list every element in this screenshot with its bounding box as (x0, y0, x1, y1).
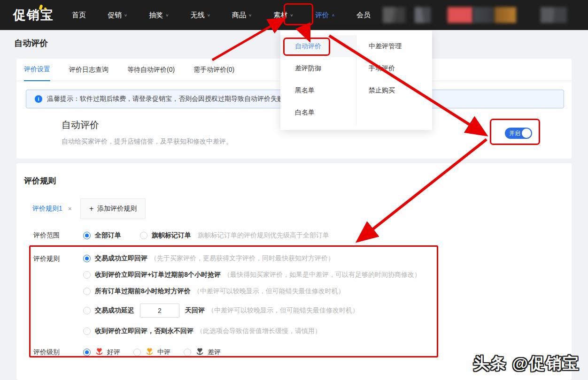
rule-option-4-suffix: 天回评 (185, 306, 205, 315)
rule-option-2-hint: （最快得知买家评价，如果是中差评，可以有足够的时间协商修改） (224, 271, 421, 279)
flower-bloom (197, 348, 202, 352)
radio-rule-before-expire[interactable] (83, 288, 91, 295)
app-logo-text: 促销宝 (13, 8, 54, 22)
review-rule-row-4: 交易成功延迟 天回评 （中差评可以较晚显示，但可能错失最佳修改时机） (16, 304, 572, 318)
close-icon[interactable]: × (68, 205, 72, 213)
menu-item-bad-review-defense[interactable]: 差评防御 (280, 57, 356, 79)
radio-rule-reply-or-never[interactable] (83, 327, 91, 335)
nav-item-review[interactable]: 评价∧ (315, 11, 335, 20)
toggle-label: 开启 (509, 129, 520, 137)
rules-card: 评价规则 评价规则1 × + 添加评价规则 评价范围 全部订单 旗帜标记订单 旗… (16, 163, 572, 380)
nav-menu: 首页 促销∨ 抽奖∨ 无线∨ 商品∨ 素材∨ 评价∧ 会员 (72, 11, 371, 20)
flower-bloom (97, 348, 102, 352)
review-rule-row-5: 收到评价立即回评，否则永不回评 （此选项会导致信誉值增长缓慢，请慎用） (16, 327, 572, 335)
tab-rule-1[interactable]: 评价规则1 × (24, 198, 80, 219)
level-bad-label: 差评 (208, 348, 221, 357)
flower-bloom (147, 348, 152, 352)
radio-level-bad[interactable] (184, 349, 191, 356)
nav-item-promotion[interactable]: 促销∨ (108, 11, 127, 20)
review-dropdown-menu: 自动评价 差评防御 黑名单 白名单 中差评管理 手动评价 禁止购买 (280, 30, 432, 130)
rule-option-1-main: 交易成功立即回评 (95, 254, 147, 263)
good-review-flower-icon (95, 348, 104, 357)
info-icon: i (35, 95, 42, 103)
level-good-label: 好评 (107, 348, 120, 357)
page-title: 自动评价 (14, 38, 48, 49)
nav-item-member[interactable]: 会员 (356, 11, 371, 20)
rule-option-5-main: 收到评价立即回评，否则永不回评 (95, 327, 193, 335)
nav-item-wireless[interactable]: 无线∨ (191, 11, 210, 20)
radio-rule-reply-plus-grab[interactable] (83, 271, 91, 279)
chevron-up-icon: ∧ (332, 13, 335, 17)
redacted-block (415, 7, 431, 23)
chevron-down-icon: ∨ (124, 13, 127, 17)
review-rule-row-3: 所有订单过期前8小时给对方评价 （中差评可以较晚显示，但可能错失最佳修改时机） (16, 287, 572, 296)
review-scope-label: 评价范围 (33, 231, 66, 240)
level-option-medium[interactable]: 中评 (133, 348, 170, 357)
review-scope-hint: 旗帜标记订单的评价规则优先级高于全部订单 (198, 231, 329, 240)
top-navbar: 促销宝 首页 促销∨ 抽奖∨ 无线∨ 商品∨ 素材∨ 评价∧ 会员 (0, 0, 588, 30)
logo-spark-dot-icon (44, 8, 46, 10)
auto-review-toggle[interactable]: 开启 (505, 128, 532, 139)
review-rule-label: 评价规则 (33, 254, 66, 263)
tab-review-log[interactable]: 评价日志查询 (69, 59, 108, 81)
option-flagged-orders-label: 旗帜标记订单 (152, 231, 191, 240)
dropdown-left-column: 自动评价 差评防御 黑名单 白名单 (280, 35, 356, 125)
tab-review-settings[interactable]: 评价设置 (24, 59, 50, 81)
flower-leaves (197, 352, 202, 355)
tab-waiting-auto-review[interactable]: 等待自动评价(0) (127, 59, 175, 81)
app-logo[interactable]: 促销宝 (13, 7, 54, 23)
chevron-down-icon: ∨ (165, 13, 169, 17)
dropdown-right-column: 中差评管理 手动评价 禁止购买 (356, 35, 432, 125)
redacted-block (448, 7, 473, 23)
menu-item-manual-review[interactable]: 手动评价 (356, 57, 432, 79)
rule-option-1-hint: （先于买家评价，更易获得文字评价，同时最快获知对方评价） (150, 254, 334, 263)
warning-banner-text: 温馨提示：软件过期后续费，请登录促销宝，否则会因授权过期导致自动评价失败 (47, 95, 284, 103)
nav-item-home[interactable]: 首页 (72, 11, 86, 20)
delay-days-input[interactable] (140, 304, 179, 318)
rule-option-4-main: 交易成功延迟 (95, 306, 134, 315)
radio-all-orders[interactable] (83, 232, 91, 239)
review-scope-row: 评价范围 全部订单 旗帜标记订单 旗帜标记订单的评价规则优先级高于全部订单 (16, 231, 572, 240)
radio-level-good[interactable] (83, 349, 91, 356)
nav-item-material[interactable]: 素材∨ (273, 11, 293, 20)
flower-leaves (147, 352, 152, 355)
bad-review-flower-icon (195, 348, 204, 357)
level-option-good[interactable]: 好评 (83, 348, 120, 357)
chevron-down-icon: ∨ (207, 13, 210, 17)
watermark: 头条 @促销宝 (473, 353, 580, 374)
chevron-down-icon: ∨ (248, 13, 252, 17)
chevron-down-icon: ∨ (290, 13, 293, 17)
redacted-block (473, 7, 495, 23)
radio-rule-instant-reply[interactable] (83, 255, 91, 262)
plus-icon: + (89, 205, 93, 213)
radio-level-medium[interactable] (133, 349, 141, 356)
radio-rule-delay-days[interactable] (83, 307, 91, 314)
nav-item-lottery[interactable]: 抽奖∨ (149, 11, 169, 20)
rule-option-5-hint: （此选项会导致信誉值增长缓慢，请慎用） (196, 327, 321, 335)
rules-form: 评价范围 全部订单 旗帜标记订单 旗帜标记订单的评价规则优先级高于全部订单 评价… (16, 231, 572, 357)
rule-option-3-hint: （中差评可以较晚显示，但可能错失最佳修改时机） (193, 287, 345, 296)
redacted-block (541, 7, 567, 23)
redacted-block (495, 7, 516, 23)
menu-item-blacklist[interactable]: 黑名单 (280, 79, 356, 101)
add-rule-tab-button[interactable]: + 添加评价规则 (80, 198, 146, 219)
nav-item-goods[interactable]: 商品∨ (232, 11, 252, 20)
menu-item-auto-review[interactable]: 自动评价 (280, 35, 356, 57)
level-option-bad[interactable]: 差评 (184, 348, 221, 357)
radio-flagged-orders[interactable] (140, 232, 147, 239)
menu-item-forbid-purchase[interactable]: 禁止购买 (356, 79, 432, 101)
tab-manual-review-needed[interactable]: 需手动评价(0) (193, 59, 234, 81)
option-all-orders-label: 全部订单 (95, 231, 121, 240)
menu-item-medium-bad-review-manage[interactable]: 中差评管理 (356, 35, 432, 57)
rule-tabs: 评价规则1 × + 添加评价规则 (24, 198, 572, 219)
menu-item-whitelist[interactable]: 白名单 (280, 101, 356, 123)
redacted-block (383, 7, 405, 23)
medium-review-flower-icon (145, 348, 154, 357)
rule-option-2-main: 收到评价立即回评+订单过期前8个小时抢评 (95, 271, 221, 279)
review-level-label: 评价级别 (33, 348, 66, 357)
redacted-nav-area (383, 7, 567, 23)
rule-option-4-hint: （中差评可以较晚显示，但可能错失最佳修改时机） (208, 306, 359, 315)
rules-section-title: 评价规则 (16, 163, 572, 186)
review-rule-row-1: 评价规则 交易成功立即回评 （先于买家评价，更易获得文字评价，同时最快获知对方评… (16, 254, 572, 263)
auto-review-section-desc: 自动给买家评价，提升店铺信誉，及早获知和修改中差评。 (62, 137, 564, 146)
